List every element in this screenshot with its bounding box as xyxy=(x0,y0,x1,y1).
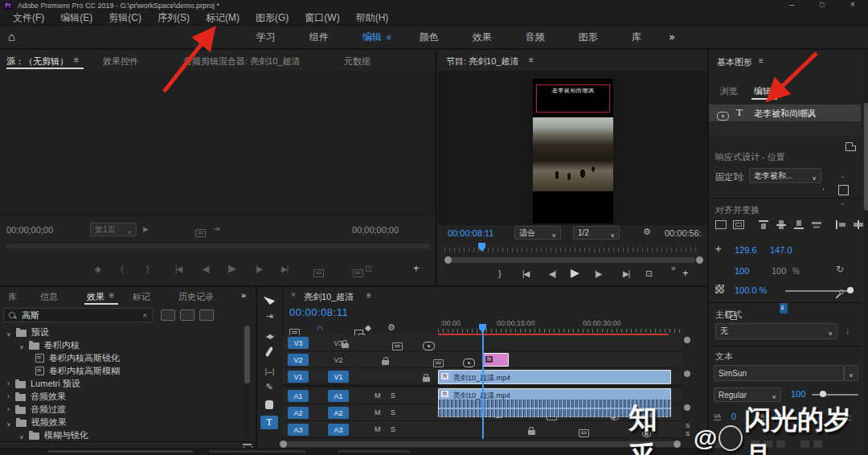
twirl-open-icon[interactable] xyxy=(19,428,24,442)
program-scroll-handle-left[interactable] xyxy=(444,256,452,264)
lock-icon[interactable] xyxy=(382,360,389,365)
position-y-value[interactable]: 147.0 xyxy=(770,245,792,255)
source-scrollbar[interactable] xyxy=(6,244,430,248)
align-button[interactable] xyxy=(714,441,723,448)
lock-icon[interactable] xyxy=(423,377,430,382)
align-button[interactable] xyxy=(727,441,735,448)
twirl-closed-icon[interactable]: › xyxy=(7,405,10,413)
minimize-button[interactable] xyxy=(789,1,794,9)
program-scrollbar[interactable] xyxy=(449,257,695,263)
search-input[interactable]: 高斯 xyxy=(22,309,142,322)
font-family-dropdown[interactable]: SimSun xyxy=(714,365,844,381)
mute-button[interactable]: M xyxy=(375,391,381,400)
workspace-overflow-icon[interactable] xyxy=(658,31,686,43)
workspace-tab-color[interactable]: 颜色 xyxy=(403,31,456,44)
track-target-v2[interactable]: V2 xyxy=(328,354,349,366)
voiceover-mic-icon[interactable] xyxy=(645,430,649,436)
timeline-timecode[interactable]: 00:00:08:11 xyxy=(289,306,348,318)
font-size-value[interactable]: 100 xyxy=(791,389,805,399)
step-forward-icon[interactable] xyxy=(256,264,262,273)
layer-label[interactable]: 老李被和尚嘲讽 xyxy=(754,108,816,120)
track-output-eye-icon[interactable] xyxy=(463,359,475,367)
align-top-icon[interactable] xyxy=(759,220,769,229)
overwrite-icon[interactable] xyxy=(353,269,363,277)
solo-button[interactable]: S xyxy=(391,425,395,433)
action-safe-icon[interactable] xyxy=(733,220,744,229)
opacity-slider[interactable] xyxy=(785,290,851,292)
eg-scrollbar-thumb[interactable] xyxy=(864,103,868,211)
32bit-effects-badge-icon[interactable] xyxy=(180,309,194,321)
source-patch-v3[interactable]: V3 xyxy=(288,337,309,349)
solo-button[interactable]: S xyxy=(391,408,395,416)
source-patch-a1[interactable]: A1 xyxy=(288,390,309,402)
home-icon[interactable] xyxy=(8,30,15,43)
tree-label[interactable]: 视频效果 xyxy=(31,416,67,428)
scroll-handle-right[interactable] xyxy=(674,441,681,448)
workspace-tab-learning[interactable]: 学习 xyxy=(240,31,293,44)
workspace-tab-audio[interactable]: 音频 xyxy=(509,31,562,44)
workspace-tab-graphics[interactable]: 图形 xyxy=(562,31,615,44)
playback-resolution-dropdown[interactable]: 1/2 xyxy=(573,226,620,240)
button-editor-icon[interactable] xyxy=(413,262,420,274)
menu-edit[interactable]: 编辑(E) xyxy=(52,11,100,25)
eg-panel-menu-icon[interactable] xyxy=(759,56,764,65)
video-clip[interactable]: fx 亮剑10_超清.mp4 xyxy=(438,370,671,384)
snap-magnet-icon[interactable] xyxy=(317,322,323,332)
go-to-out-icon[interactable] xyxy=(281,264,288,273)
title-safe-icon[interactable] xyxy=(715,220,727,229)
align-hcenter-icon[interactable] xyxy=(854,220,864,229)
align-left-icon[interactable] xyxy=(836,220,846,229)
go-to-in-icon[interactable] xyxy=(522,269,529,278)
program-panel-menu-icon[interactable] xyxy=(529,55,534,64)
program-timecode[interactable]: 00:00:08:11 xyxy=(448,228,493,238)
tracking-value-2[interactable]: 0 xyxy=(775,412,780,421)
tab-history[interactable]: 历史记录 xyxy=(178,291,214,303)
tab-program[interactable]: 节目: 亮剑10_超清 xyxy=(446,55,518,68)
tree-row[interactable]: 模糊与锐化 xyxy=(0,428,88,441)
tree-label[interactable]: 模糊与锐化 xyxy=(44,429,88,441)
position-x-value[interactable]: 129.6 xyxy=(735,245,757,255)
tree-label[interactable]: 音频过渡 xyxy=(31,404,66,416)
font-family-chevron[interactable] xyxy=(844,365,858,381)
export-frame-icon[interactable] xyxy=(645,268,653,279)
track-height-handle[interactable] xyxy=(684,404,690,411)
mute-button[interactable]: M xyxy=(375,425,381,433)
source-patch-a3[interactable]: A3 xyxy=(288,424,309,436)
tree-row[interactable]: 卷积内核高斯模糊 xyxy=(0,364,120,377)
play-icon[interactable] xyxy=(571,266,579,279)
settings-wrench-icon[interactable] xyxy=(643,227,651,237)
align-button[interactable] xyxy=(800,441,809,448)
layer-visibility-eye-icon[interactable] xyxy=(717,112,729,121)
solo-button[interactable]: S xyxy=(686,422,690,429)
workspace-tab-effects[interactable]: 效果 xyxy=(456,31,509,44)
source-patch-v2[interactable]: V2 xyxy=(288,354,309,366)
twirl-closed-icon[interactable]: › xyxy=(7,392,10,400)
track-target-a3[interactable]: A3 xyxy=(328,424,349,436)
step-back-icon[interactable] xyxy=(549,269,555,278)
mark-out-icon[interactable] xyxy=(498,268,502,278)
scale-y-value[interactable]: 100 xyxy=(772,266,786,276)
close-sequence-icon[interactable] xyxy=(291,290,296,299)
sync-lock-icon[interactable] xyxy=(392,342,403,350)
track-target-v1[interactable]: V1 xyxy=(328,371,349,383)
align-bottom-icon[interactable] xyxy=(794,220,805,229)
tree-label[interactable]: Lumetri 预设 xyxy=(31,378,80,390)
lock-icon[interactable] xyxy=(528,430,535,435)
add-marker-icon[interactable] xyxy=(365,323,371,332)
distribute-icon[interactable] xyxy=(812,220,822,229)
opacity-value[interactable]: 100.0 % xyxy=(735,285,767,295)
tracking-value-3[interactable]: 0 xyxy=(818,412,823,421)
clear-search-icon[interactable] xyxy=(142,311,147,320)
maximize-button[interactable] xyxy=(820,1,824,9)
panel-overflow-icon[interactable] xyxy=(241,290,246,300)
source-page-next-icon[interactable] xyxy=(143,225,149,233)
go-to-in-icon[interactable] xyxy=(175,264,182,273)
tab-effects-active[interactable]: 效果 xyxy=(87,291,104,303)
play-icon[interactable] xyxy=(228,262,236,274)
tab-effect-controls[interactable]: 效果控件 xyxy=(103,55,138,68)
push-style-icon[interactable] xyxy=(845,326,850,335)
button-editor-icon[interactable] xyxy=(682,267,689,279)
source-timecode[interactable]: 00;00;00;00 xyxy=(6,225,53,235)
razor-tool[interactable] xyxy=(260,345,278,359)
opacity-slider-knob[interactable] xyxy=(847,287,854,293)
